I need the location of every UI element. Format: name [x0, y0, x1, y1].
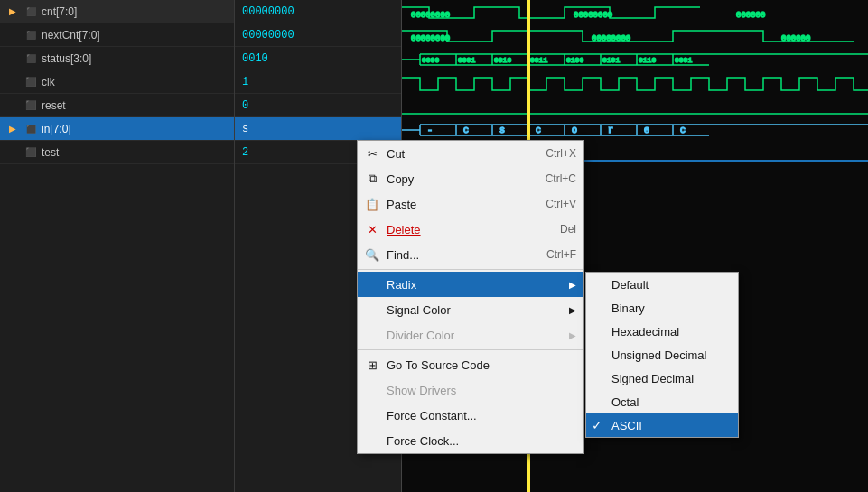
signal-color-label: Signal Color	[387, 303, 451, 317]
value-reset: 0	[242, 99, 248, 112]
wire-icon: ⬛	[23, 75, 38, 89]
copy-shortcut: Ctrl+C	[546, 172, 576, 185]
spacer3	[5, 75, 20, 89]
find-label: Find...	[387, 248, 419, 262]
radix-submenu: Default Binary Hexadecimal Unsigned Deci…	[585, 272, 739, 438]
goto-source-label: Go To Source Code	[387, 358, 490, 372]
separator-1	[358, 269, 583, 270]
wire-icon-3: ⬛	[23, 145, 38, 160]
value-test: 2	[242, 146, 248, 159]
signal-color-arrow: ▶	[569, 305, 576, 315]
menu-item-signal-color[interactable]: Signal Color ▶	[358, 297, 583, 322]
bus-icon: ⬛	[23, 5, 38, 19]
octal-label: Octal	[611, 395, 639, 409]
default-label: Default	[611, 278, 649, 292]
cut-shortcut: Ctrl+X	[546, 147, 576, 160]
svg-text:e: e	[644, 125, 649, 135]
menu-item-goto-source[interactable]: ⊞ Go To Source Code	[358, 352, 583, 377]
svg-text:-: -	[427, 125, 433, 135]
value-clk: 1	[242, 76, 248, 88]
svg-text:0100: 0100	[566, 56, 583, 64]
binary-label: Binary	[611, 302, 645, 315]
spacer2	[5, 51, 20, 66]
paste-shortcut: Ctrl+V	[546, 198, 576, 210]
svg-text:000000: 000000	[736, 11, 765, 20]
hexadecimal-label: Hexadecimal	[611, 325, 679, 339]
svg-text:0001: 0001	[675, 56, 692, 64]
signal-row-clk[interactable]: ⬛ clk	[0, 70, 234, 94]
force-constant-label: Force Constant...	[387, 409, 477, 422]
submenu-item-hexadecimal[interactable]: Hexadecimal	[586, 320, 738, 343]
svg-text:00000000: 00000000	[411, 11, 450, 20]
value-nextcnt: 00000000	[242, 29, 294, 42]
value-row-status: 0010	[235, 47, 401, 70]
find-shortcut: Ctrl+F	[546, 248, 576, 261]
copy-label: Copy	[387, 172, 414, 186]
signal-row-nextcnt[interactable]: ⬛ nextCnt[7:0]	[0, 23, 234, 47]
signal-panel: ▶ ⬛ cnt[7:0] ⬛ nextCnt[7:0] ⬛ status[3:0…	[0, 0, 235, 492]
menu-item-divider-color[interactable]: Divider Color ▶	[358, 322, 583, 348]
signal-row-in[interactable]: ▶ ⬛ in[7:0]	[0, 117, 234, 141]
submenu-item-unsigned-decimal[interactable]: Unsigned Decimal	[586, 343, 738, 367]
unsigned-decimal-label: Unsigned Decimal	[611, 348, 707, 362]
submenu-item-signed-decimal[interactable]: Signed Decimal	[586, 367, 738, 390]
svg-text:00000000: 00000000	[592, 34, 630, 43]
svg-text:r: r	[608, 125, 613, 135]
value-row-clk: 1	[235, 70, 401, 94]
radix-arrow: ▶	[569, 280, 576, 290]
menu-item-paste[interactable]: 📋 Paste Ctrl+V	[358, 191, 583, 217]
goto-source-icon: ⊞	[363, 358, 381, 372]
signal-row-status[interactable]: ⬛ status[3:0]	[0, 47, 234, 70]
svg-text:000000: 000000	[781, 34, 810, 43]
signal-row-reset[interactable]: ⬛ reset	[0, 94, 234, 117]
expand-icon-2: ▶	[5, 122, 20, 136]
radix-label: Radix	[387, 278, 416, 292]
menu-item-force-clock[interactable]: Force Clock...	[358, 428, 583, 453]
submenu-item-binary[interactable]: Binary	[586, 296, 738, 320]
svg-text:0000: 0000	[422, 56, 439, 64]
svg-text:0001: 0001	[458, 56, 475, 64]
force-clock-label: Force Clock...	[387, 434, 459, 448]
menu-item-find[interactable]: 🔍 Find... Ctrl+F	[358, 242, 583, 267]
value-status: 0010	[242, 52, 268, 65]
menu-item-cut[interactable]: ✂ Cut Ctrl+X	[358, 141, 583, 166]
signal-label-test: test	[42, 146, 59, 159]
show-drivers-label: Show Drivers	[387, 384, 456, 397]
svg-text:0010: 0010	[494, 56, 511, 64]
delete-icon: ✕	[363, 223, 381, 237]
svg-text:c: c	[463, 125, 469, 135]
value-cnt: 00000000	[242, 5, 294, 18]
context-menu: ✂ Cut Ctrl+X ⧉ Copy Ctrl+C 📋 Paste Ctrl+…	[357, 140, 584, 454]
spacer4	[5, 98, 20, 113]
menu-item-copy[interactable]: ⧉ Copy Ctrl+C	[358, 166, 583, 191]
ascii-label: ASCII	[611, 419, 642, 432]
menu-item-force-constant[interactable]: Force Constant...	[358, 403, 583, 428]
submenu-item-octal[interactable]: Octal	[586, 390, 738, 413]
bus-icon-3: ⬛	[23, 51, 38, 66]
value-in: s	[242, 123, 248, 135]
signal-row-cnt[interactable]: ▶ ⬛ cnt[7:0]	[0, 0, 234, 23]
paste-icon: 📋	[363, 198, 381, 211]
submenu-item-ascii[interactable]: ✓ ASCII	[586, 413, 738, 437]
svg-text:c: c	[680, 125, 686, 135]
divider-color-label: Divider Color	[387, 329, 454, 342]
value-row-nextcnt: 00000000	[235, 23, 401, 47]
expand-icon: ▶	[5, 5, 20, 19]
bus-icon-2: ⬛	[23, 28, 38, 42]
svg-text:00000000: 00000000	[411, 34, 450, 43]
value-row-in: s	[235, 117, 401, 141]
delete-shortcut: Del	[560, 223, 576, 236]
signal-row-test[interactable]: ⬛ test	[0, 141, 234, 164]
svg-text:0110: 0110	[639, 56, 656, 64]
menu-item-show-drivers[interactable]: Show Drivers	[358, 377, 583, 403]
ascii-checkmark: ✓	[592, 418, 602, 432]
submenu-item-default[interactable]: Default	[586, 273, 738, 296]
menu-item-delete[interactable]: ✕ Delete Del	[358, 217, 583, 242]
spacer	[5, 28, 20, 42]
menu-item-radix[interactable]: Radix ▶ Default Binary Hexadecimal Unsig…	[358, 272, 583, 297]
signal-label-reset: reset	[42, 99, 66, 112]
svg-text:o: o	[572, 125, 577, 135]
find-icon: 🔍	[363, 248, 381, 262]
divider-color-arrow: ▶	[569, 330, 576, 340]
signal-label-status: status[3:0]	[42, 52, 91, 65]
